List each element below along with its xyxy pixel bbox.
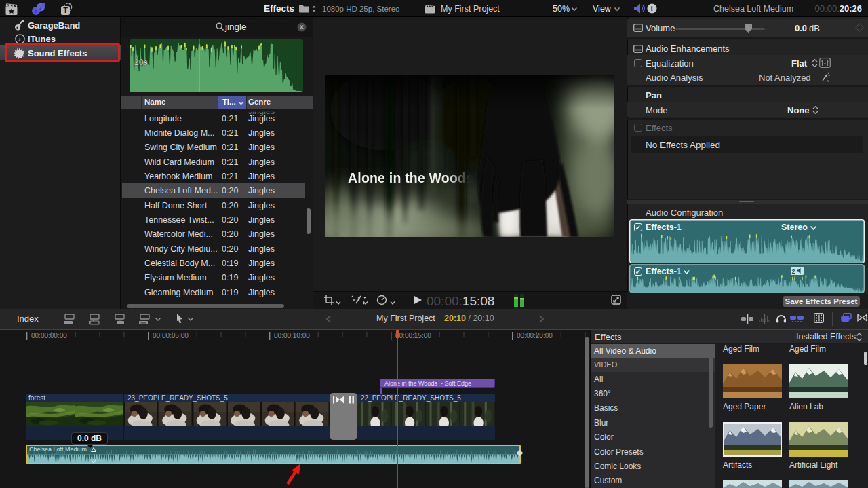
svg-text:♪: ♪ <box>18 35 21 43</box>
svg-text:2: 2 <box>792 267 795 275</box>
svg-text:♪: ♪ <box>39 4 43 11</box>
svg-text:T: T <box>63 6 68 14</box>
svg-text:i: i <box>651 5 653 12</box>
svg-text:Alone in the Woods: Alone in the Woods <box>348 170 473 185</box>
svg-text:20s: 20s <box>134 58 148 67</box>
svg-text:♪: ♪ <box>35 7 38 14</box>
